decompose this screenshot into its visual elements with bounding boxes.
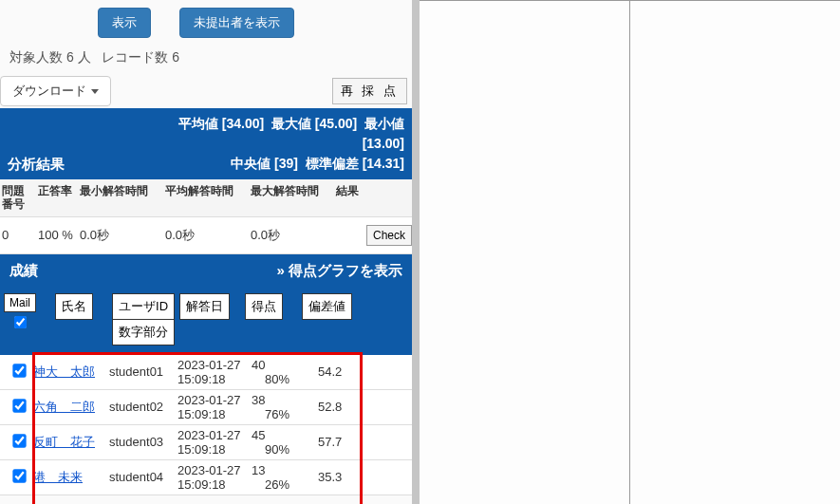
grade-row: 六角 二郎 student02 2023-01-2715:09:18 3876%… bbox=[0, 390, 412, 425]
row-checkbox[interactable] bbox=[12, 364, 26, 377]
student-id: student01 bbox=[109, 364, 177, 379]
check-button[interactable]: Check bbox=[366, 225, 412, 246]
sort-userid-button[interactable]: ユーザID bbox=[112, 293, 175, 319]
target-count-value: 6 bbox=[66, 49, 74, 65]
record-count-label: レコード数 bbox=[102, 49, 168, 65]
sort-userid-numeric-button[interactable]: 数字部分 bbox=[112, 319, 175, 345]
th-qnum: 問題番号 bbox=[0, 179, 36, 216]
deviation: 35.3 bbox=[308, 470, 356, 484]
student-name-link[interactable]: 神大 太郎 bbox=[33, 364, 95, 379]
analysis-label: 分析結果 bbox=[8, 156, 65, 174]
th-correct: 正答率 bbox=[36, 179, 78, 216]
sort-date-button[interactable]: 解答日 bbox=[179, 293, 230, 320]
grades-column-header: Mail 氏名 ユーザID 数字部分 解答日 得点 偏差値 bbox=[0, 288, 412, 355]
td-avg: 0.0秒 bbox=[163, 219, 249, 252]
answer-date: 2023-01-2715:09:18 bbox=[177, 358, 252, 386]
score: 1326% bbox=[252, 463, 308, 492]
left-pane: 表示 未提出者を表示 対象人数 6 人 レコード数 6 ダウンロード 再 採 点… bbox=[0, 0, 412, 504]
target-count-label: 対象人数 bbox=[9, 49, 63, 65]
score: 4590% bbox=[252, 428, 308, 457]
row-checkbox[interactable] bbox=[12, 399, 26, 412]
student-id: student04 bbox=[109, 470, 177, 484]
grade-row: 反町 花子 student03 2023-01-2715:09:18 4590%… bbox=[0, 425, 412, 460]
caret-down-icon bbox=[91, 89, 99, 94]
row-checkbox[interactable] bbox=[12, 434, 26, 447]
mail-select-all-checkbox[interactable] bbox=[14, 316, 27, 328]
download-label: ダウンロード bbox=[12, 83, 86, 100]
regrade-button[interactable]: 再 採 点 bbox=[332, 78, 407, 104]
display-button[interactable]: 表示 bbox=[98, 8, 151, 38]
answer-date: 2023-01-2715:09:18 bbox=[177, 428, 252, 457]
analysis-header: 分析結果 平均値 [34.00] 最大値 [45.00] 最小値 [13.00]… bbox=[0, 108, 412, 179]
timing-header: 問題番号 正答率 最小解答時間 平均解答時間 最大解答時間 結果 bbox=[0, 179, 412, 217]
td-correct: 100 % bbox=[36, 220, 78, 250]
vertical-divider[interactable] bbox=[412, 0, 420, 504]
grades-label: 成績 bbox=[9, 262, 38, 280]
deviation: 52.8 bbox=[308, 400, 356, 414]
right-col-2 bbox=[629, 1, 840, 504]
td-result bbox=[334, 228, 364, 243]
target-count-unit: 人 bbox=[78, 49, 91, 65]
answer-date: 2023-01-2715:09:18 bbox=[177, 393, 252, 421]
score-graph-link[interactable]: » 得点グラフを表示 bbox=[276, 262, 402, 280]
mail-button[interactable]: Mail bbox=[4, 293, 36, 312]
analysis-stats: 平均値 [34.00] 最大値 [45.00] 最小値 [13.00] 中央値 … bbox=[65, 114, 404, 174]
th-max: 最大解答時間 bbox=[249, 179, 334, 216]
right-pane bbox=[420, 0, 840, 504]
td-max: 0.0秒 bbox=[249, 219, 334, 252]
grades-header: 成績 » 得点グラフを表示 bbox=[0, 254, 412, 288]
show-unsubmitted-button[interactable]: 未提出者を表示 bbox=[179, 8, 294, 38]
student-name-link[interactable]: 六角 二郎 bbox=[33, 400, 95, 414]
row-checkbox[interactable] bbox=[12, 469, 26, 482]
th-result: 結果 bbox=[334, 179, 412, 216]
sort-name-button[interactable]: 氏名 bbox=[55, 293, 93, 320]
count-summary: 対象人数 6 人 レコード数 6 bbox=[0, 38, 412, 74]
timing-row: 0 100 % 0.0秒 0.0秒 0.0秒 Check bbox=[0, 217, 412, 254]
grades-body: 神大 太郎 student01 2023-01-2715:09:18 4080%… bbox=[0, 355, 412, 495]
answer-date: 2023-01-2715:09:18 bbox=[177, 463, 252, 492]
right-col-1 bbox=[420, 1, 629, 504]
record-count-value: 6 bbox=[172, 49, 179, 65]
deviation: 54.2 bbox=[308, 364, 356, 379]
grade-row: 神大 太郎 student01 2023-01-2715:09:18 4080%… bbox=[0, 355, 412, 390]
score: 4080% bbox=[252, 358, 308, 386]
th-min: 最小解答時間 bbox=[78, 179, 163, 216]
score: 3876% bbox=[252, 393, 308, 421]
student-id: student02 bbox=[109, 400, 177, 414]
student-id: student03 bbox=[109, 435, 177, 449]
th-avg: 平均解答時間 bbox=[163, 179, 249, 216]
student-name-link[interactable]: 港 未来 bbox=[33, 470, 83, 484]
td-qnum: 0 bbox=[0, 220, 36, 250]
deviation: 57.7 bbox=[308, 435, 356, 449]
sort-score-button[interactable]: 得点 bbox=[245, 293, 283, 320]
td-min: 0.0秒 bbox=[78, 219, 163, 252]
download-dropdown[interactable]: ダウンロード bbox=[0, 76, 111, 106]
sort-deviation-button[interactable]: 偏差値 bbox=[302, 293, 352, 320]
student-name-link[interactable]: 反町 花子 bbox=[33, 435, 95, 449]
grade-row: 港 未来 student04 2023-01-2715:09:18 1326% … bbox=[0, 460, 412, 495]
